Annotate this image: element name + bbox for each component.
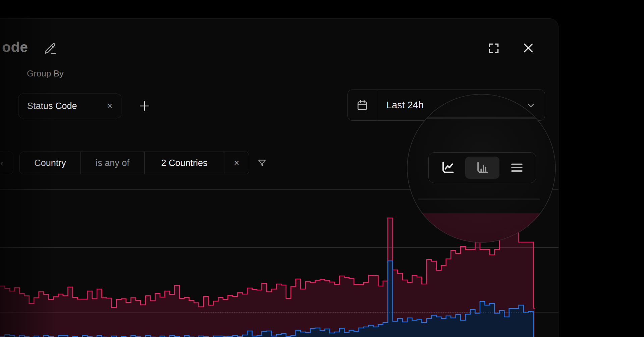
time-range-value: Last 24h bbox=[377, 100, 424, 111]
group-by-chip-status-code[interactable]: Status Code × bbox=[18, 94, 121, 118]
close-button[interactable] bbox=[522, 41, 535, 55]
chart-type-toggle bbox=[428, 152, 536, 183]
filter-field[interactable]: Country bbox=[20, 152, 81, 174]
filter-remove-icon[interactable]: × bbox=[224, 152, 249, 174]
filter-pill-country[interactable]: Country is any of 2 Countries × bbox=[19, 152, 249, 174]
chart-type-bar-button[interactable] bbox=[465, 157, 500, 179]
chip-remove-icon[interactable]: × bbox=[107, 101, 112, 111]
calendar-icon-wrap bbox=[348, 90, 377, 120]
chart-type-line-button[interactable] bbox=[431, 157, 465, 179]
plus-icon bbox=[138, 100, 151, 112]
list-view-icon bbox=[509, 160, 524, 175]
chart-type-list-button[interactable] bbox=[499, 157, 534, 179]
filter-operator[interactable]: is any of bbox=[81, 152, 145, 174]
filter-funnel-icon bbox=[257, 158, 267, 168]
fullscreen-icon bbox=[487, 42, 500, 55]
edit-title-button[interactable] bbox=[44, 42, 57, 55]
add-filter-button[interactable] bbox=[256, 158, 268, 169]
chevron-down-icon bbox=[526, 100, 536, 110]
chip-label: Status Code bbox=[27, 101, 77, 111]
dialog-page: ode Group By Status Code × bbox=[0, 0, 644, 337]
filter-prev-button[interactable]: ‹ bbox=[0, 152, 13, 174]
group-by-label: Group By bbox=[27, 68, 64, 79]
time-range-picker[interactable]: Last 24h bbox=[347, 90, 545, 121]
add-group-by-button[interactable] bbox=[138, 99, 151, 113]
filter-value[interactable]: 2 Countries bbox=[145, 152, 224, 174]
calendar-icon bbox=[356, 99, 369, 112]
fullscreen-button[interactable] bbox=[487, 42, 500, 55]
section-divider bbox=[0, 189, 558, 190]
bar-chart-icon bbox=[475, 160, 490, 175]
pencil-icon bbox=[44, 42, 57, 55]
close-icon bbox=[522, 41, 535, 55]
panel-title: ode bbox=[2, 39, 28, 55]
line-chart-icon bbox=[440, 160, 455, 175]
chevron-left-icon: ‹ bbox=[0, 158, 3, 168]
